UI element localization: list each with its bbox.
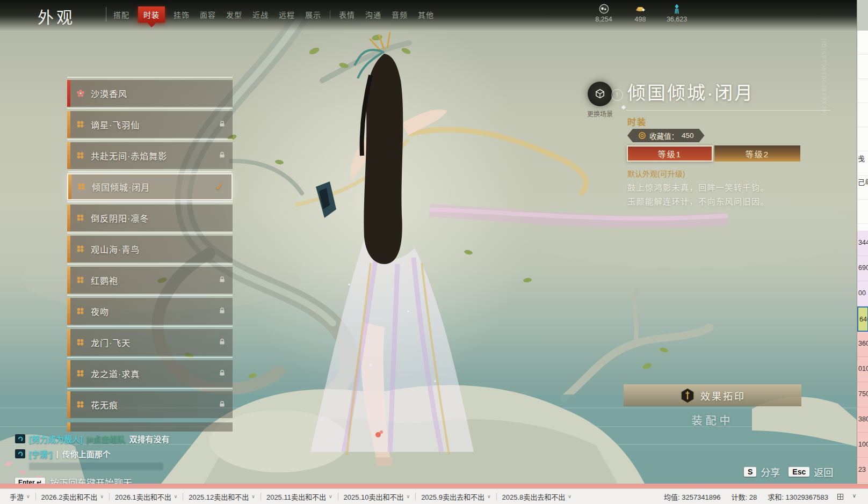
outfit-item-clipped[interactable] <box>67 422 233 432</box>
chevron-down-icon[interactable]: ∨ <box>329 494 332 499</box>
sheet-tab-shouyou[interactable]: 手游∨ <box>4 492 35 502</box>
tab-qita[interactable]: 其他 <box>416 7 436 22</box>
effect-print-label: 效果拓印 <box>700 389 746 403</box>
title-underline <box>626 110 830 111</box>
outfit-label: 共赴无间·赤焰舞影 <box>91 149 167 162</box>
lock-icon <box>219 275 226 285</box>
tab-shizhuang[interactable]: 时装 <box>138 6 165 23</box>
tab-mianrong[interactable]: 面容 <box>198 7 218 22</box>
lock-icon <box>219 306 226 316</box>
tab-dapei[interactable]: 搭配 <box>112 7 131 22</box>
chevron-down-icon[interactable]: ∨ <box>487 494 491 499</box>
tab-goutong[interactable]: 沟通 <box>364 7 383 22</box>
outfit-title: 倾国倾城·闭月 <box>627 78 754 105</box>
back-button[interactable]: Esc 返回 <box>789 465 833 479</box>
info-icon[interactable]: ! <box>611 89 623 101</box>
chat-sender-name: [努力成为靓人] <box>29 433 83 444</box>
sheet-tab-2025-12[interactable]: 2025.12卖出和不出∨ <box>183 492 261 502</box>
tab-faxing[interactable]: 发型 <box>225 7 244 22</box>
currency-coin[interactable]: 8,254 <box>592 3 616 23</box>
tab-level-1[interactable]: 等级1 <box>627 145 713 162</box>
collection-value-badge: 收藏值：450 <box>627 129 705 142</box>
chevron-down-icon[interactable]: ∨ <box>852 493 856 499</box>
effect-print-button[interactable]: 效果拓印 <box>624 384 801 406</box>
sheet-colored-cells: 344 690 00 640 360 010 750 380 100 23 <box>857 231 868 483</box>
chat-message: [努力成为靓人]|#点击组队 双排有没有 <box>15 433 170 444</box>
accent-bar <box>67 111 70 138</box>
outfit-item-daofanyinyang[interactable]: 倒反阴阳·凛冬 <box>67 204 233 231</box>
collection-value: 450 <box>682 132 694 140</box>
outfit-item-zhexing[interactable]: 谪星·飞羽仙 <box>67 111 233 138</box>
outfit-label: 沙漠香风 <box>91 87 127 100</box>
window-chrome <box>857 0 868 31</box>
sheet-cell: 100 <box>857 433 868 458</box>
tab-level-2[interactable]: 等级2 <box>714 145 800 162</box>
tab-jinzhan[interactable]: 近战 <box>251 7 270 22</box>
accent-bar <box>67 236 70 262</box>
faded-chat-message <box>29 463 163 470</box>
join-team-link[interactable]: |#点击组队 <box>86 433 126 444</box>
tab-zhanshi[interactable]: 展示 <box>303 7 323 22</box>
back-label: 返回 <box>814 465 833 479</box>
currency-gold-ingot[interactable]: 498 <box>628 3 652 23</box>
chevron-down-icon[interactable]: ∨ <box>407 494 410 499</box>
sheet-cell: 00 <box>857 281 868 306</box>
chevron-down-icon[interactable]: ∨ <box>26 494 30 499</box>
sheet-tab-2025-8[interactable]: 2025.8卖出去和不出∨ <box>497 492 577 502</box>
outfit-item-hongyingpao[interactable]: 红鹦袍 <box>67 267 233 294</box>
chevron-down-icon[interactable]: ∨ <box>251 494 255 499</box>
outfit-label: 红鹦袍 <box>91 274 118 287</box>
sheet-tab-2026-1[interactable]: 2026.1卖出和不出∨ <box>110 492 183 502</box>
chevron-down-icon[interactable]: ∨ <box>100 494 104 499</box>
accent-bar <box>67 422 70 432</box>
chat-text: 双排有没有 <box>129 433 170 444</box>
share-button[interactable]: S 分享 <box>744 465 780 479</box>
sheet-tab-2025-11[interactable]: 2025.11卖出和不出∨ <box>261 492 338 502</box>
outfit-label: 观山海·青鸟 <box>91 243 140 255</box>
outfit-item-longzhidao[interactable]: 龙之道·求真 <box>67 360 233 387</box>
tassel-icon <box>671 3 682 14</box>
clover-icon <box>76 338 85 347</box>
chevron-down-icon[interactable]: ∨ <box>174 494 178 499</box>
lock-icon <box>219 400 226 410</box>
cube-icon <box>594 88 606 100</box>
grid-view-icon[interactable] <box>837 494 843 500</box>
accent-bar <box>67 267 70 294</box>
share-label: 分享 <box>761 465 780 479</box>
outfit-item-shamoxiangfeng[interactable]: 沙漠香风 <box>67 80 233 107</box>
clover-icon <box>76 245 85 253</box>
sheet-tab-2025-10[interactable]: 2025.10卖出和不出∨ <box>338 492 416 502</box>
change-scene-button[interactable] <box>588 82 612 106</box>
sheet-row-strip <box>0 484 868 488</box>
sheet-tab-2026-2[interactable]: 2026.2卖出和不出∨ <box>36 492 109 502</box>
tab-yinpin[interactable]: 音频 <box>390 7 409 22</box>
category-tabs: 搭配 时装 挂饰 面容 发型 近战 远程 展示 表情 沟通 音频 其他 <box>112 7 436 22</box>
tab-biaoqing[interactable]: 表情 <box>337 7 357 22</box>
outfit-item-yewen[interactable]: 夜吻 <box>67 298 233 325</box>
gold-ingot-icon <box>634 3 646 14</box>
accent-bar <box>67 329 70 356</box>
currency-bar: 8,254 498 36,623 <box>592 3 689 23</box>
outfit-item-gongfuwujian[interactable]: 共赴无间·赤焰舞影 <box>67 142 233 169</box>
sheet-cell: 360 <box>857 332 868 357</box>
outfit-item-guanshanhai[interactable]: 观山海·青鸟 <box>67 236 233 262</box>
change-scene-label: 更换场景 <box>581 109 619 118</box>
outfit-item-longmen[interactable]: 龙门·飞天 <box>67 329 233 356</box>
outfit-item-huawuhen[interactable]: 花无痕 <box>67 391 233 418</box>
chevron-down-icon[interactable]: ∨ <box>568 494 572 499</box>
clover-icon <box>76 120 85 129</box>
channel-icon <box>15 434 25 443</box>
chat-panel: [努力成为靓人]|#点击组队 双排有没有 [宁清']| 传你上面那个 Enter… <box>15 433 170 489</box>
divider <box>106 7 106 21</box>
sheet-tab-2025-9[interactable]: 2025.9卖出去和不出∨ <box>416 492 496 502</box>
outfit-item-qingguoqingcheng[interactable]: 倾国倾城·闭月 ✓ <box>67 173 233 200</box>
currency-tassel[interactable]: 36,623 <box>665 3 689 23</box>
equip-status: 装配中 <box>624 412 801 428</box>
sheet-cell: 23 <box>857 458 868 483</box>
tab-yuancheng[interactable]: 远程 <box>277 7 296 22</box>
sheet-cell: 344 <box>857 231 868 256</box>
count-label: 计数: <box>732 493 748 501</box>
outfit-label: 倾国倾城·闭月 <box>92 180 150 193</box>
poem-line-1: 鼓上惊鸿影未真，回眸一笑转千钧。 <box>627 181 769 193</box>
tab-guashi[interactable]: 挂饰 <box>172 7 191 22</box>
